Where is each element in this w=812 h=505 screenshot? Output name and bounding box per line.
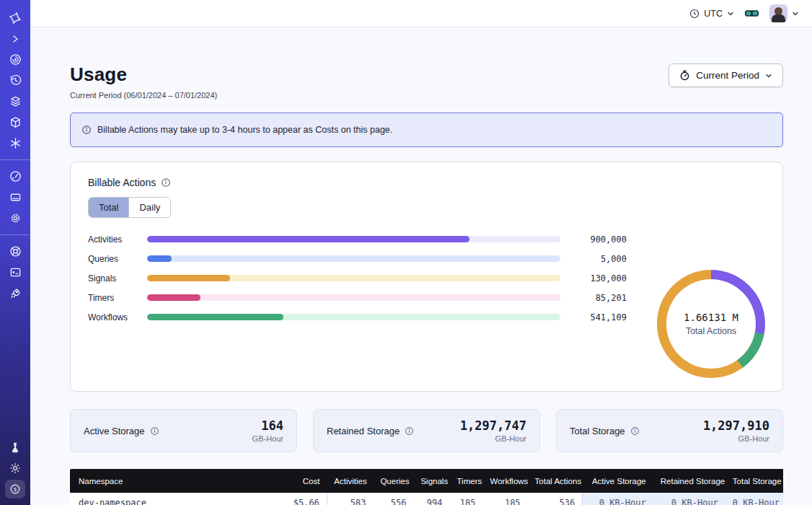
bar-row-workflows: Workflows 541,109 — [88, 307, 627, 327]
bar-track — [147, 275, 560, 281]
info-icon[interactable] — [405, 426, 414, 436]
cell-total-storage: 0 KB-Hour — [725, 493, 783, 505]
layers-icon[interactable] — [0, 91, 30, 112]
lab-flask-icon[interactable] — [0, 436, 30, 457]
expand-chevron-icon[interactable] — [0, 28, 30, 49]
total-storage-value: 1,297,910 — [703, 418, 769, 433]
col-cost[interactable]: Cost — [255, 469, 327, 493]
avatar — [769, 4, 787, 22]
bar-value: 541,109 — [560, 312, 627, 322]
stopwatch-icon — [679, 70, 690, 81]
bar-label: Queries — [88, 254, 147, 264]
bar-row-signals: Signals 130,000 — [88, 268, 627, 288]
bar-fill — [147, 255, 172, 262]
info-icon[interactable] — [161, 177, 171, 188]
bar-fill — [147, 294, 200, 301]
billable-actions-card: Billable Actions Total Daily Activities … — [70, 162, 783, 392]
cell-retained-storage: 0 KB-Hour — [653, 493, 725, 505]
rocket-icon[interactable] — [0, 283, 30, 304]
col-activities[interactable]: Activities — [327, 469, 373, 493]
bar-row-timers: Timers 85,201 — [88, 288, 627, 307]
active-storage-label: Active Storage — [84, 426, 145, 436]
retained-storage-unit: GB-Hour — [460, 434, 526, 443]
total-actions-donut: 1.66131 M Total Actions — [657, 270, 765, 378]
namespaces-icon[interactable] — [0, 49, 30, 70]
col-retained-storage[interactable]: Retained Storage — [653, 469, 725, 493]
bar-label: Signals — [88, 273, 147, 284]
donut-total-label: Total Actions — [686, 326, 736, 336]
bar-row-activities: Activities 900,000 — [88, 229, 627, 249]
tab-daily[interactable]: Daily — [128, 198, 170, 217]
period-button-label: Current Period — [696, 70, 759, 81]
sidebar-divider — [0, 234, 30, 235]
cell-workflows: 185 — [483, 493, 528, 505]
total-storage-card: Total Storage 1,297,910 GB-Hour — [556, 409, 783, 452]
col-queries[interactable]: Queries — [373, 469, 413, 493]
col-signals[interactable]: Signals — [413, 469, 449, 493]
bar-label: Timers — [88, 293, 147, 303]
timezone-label: UTC — [704, 9, 723, 19]
bar-track — [147, 294, 560, 301]
deployments-cube-icon[interactable] — [0, 112, 30, 133]
bar-value: 85,201 — [560, 293, 627, 303]
table-row: dev-namespace $5.66 583 556 994 185 185 … — [70, 493, 783, 505]
bar-label: Workflows — [88, 312, 147, 322]
namespace-usage-table: Namespace Cost Activities Queries Signal… — [70, 469, 783, 505]
total-storage-label: Total Storage — [570, 426, 625, 436]
nexus-asterisk-icon[interactable] — [0, 133, 30, 154]
bar-value: 5,000 — [560, 254, 627, 264]
bar-fill — [147, 314, 283, 320]
col-total-actions[interactable]: Total Actions — [528, 469, 583, 493]
cell-total-actions: 536 — [528, 493, 583, 505]
view-tabs: Total Daily — [88, 197, 171, 218]
bar-track — [147, 314, 560, 320]
terminal-icon[interactable] — [0, 262, 30, 283]
page-subtitle: Current Period (06/01/2024 – 07/01/2024) — [70, 91, 217, 100]
theme-sun-icon[interactable] — [0, 457, 30, 478]
col-namespace[interactable]: Namespace — [70, 469, 255, 493]
col-workflows[interactable]: Workflows — [483, 469, 528, 493]
billable-actions-title: Billable Actions — [88, 177, 156, 188]
banner-text: Billable Actions may take up to 3-4 hour… — [97, 125, 392, 135]
bar-row-queries: Queries 5,000 — [88, 249, 627, 268]
schedules-icon[interactable] — [0, 70, 30, 91]
period-dropdown-button[interactable]: Current Period — [668, 63, 783, 87]
account-menu[interactable] — [769, 4, 799, 22]
bar-value: 900,000 — [560, 234, 627, 245]
billable-actions-bar-chart: Activities 900,000 Queries 5,000 Signals — [88, 229, 627, 378]
usage-dollar-icon[interactable]: $ — [0, 478, 30, 499]
chevron-down-icon — [765, 72, 772, 79]
col-total-storage[interactable]: Total Storage — [725, 469, 783, 493]
timezone-selector[interactable]: UTC — [689, 9, 734, 19]
col-timers[interactable]: Timers — [450, 469, 483, 493]
topbar: UTC — [30, 0, 812, 27]
donut-total-value: 1.66131 M — [684, 312, 738, 323]
bar-track — [147, 255, 560, 262]
tab-total[interactable]: Total — [89, 198, 128, 217]
chevron-down-icon — [792, 10, 799, 17]
billing-card-icon[interactable] — [0, 187, 30, 208]
info-icon[interactable] — [630, 426, 640, 436]
cell-signals: 994 — [413, 493, 449, 505]
cell-active-storage: 0 KB-Hour — [583, 493, 653, 505]
retained-storage-value: 1,297,747 — [460, 418, 526, 433]
retained-storage-card: Retained Storage 1,297,747 GB-Hour — [313, 409, 540, 452]
usage-gauge-icon[interactable] — [0, 166, 30, 187]
cell-queries: 556 — [373, 493, 413, 505]
info-icon — [81, 125, 92, 135]
active-storage-card: Active Storage 164 GB-Hour — [70, 409, 297, 452]
sidebar-divider — [0, 159, 30, 160]
bar-value: 130,000 — [560, 273, 627, 284]
temporal-logo-icon[interactable] — [0, 7, 30, 28]
settings-gear-icon[interactable] — [0, 208, 30, 229]
col-active-storage[interactable]: Active Storage — [583, 469, 653, 493]
table-header-row: Namespace Cost Activities Queries Signal… — [70, 469, 783, 493]
goggles-icon[interactable] — [744, 9, 759, 19]
total-storage-unit: GB-Hour — [703, 434, 769, 443]
bar-fill — [147, 236, 469, 242]
support-lifering-icon[interactable] — [0, 241, 30, 262]
namespace-link[interactable]: dev-namespace — [79, 498, 146, 505]
info-icon[interactable] — [150, 426, 159, 436]
info-banner: Billable Actions may take up to 3-4 hour… — [70, 113, 783, 147]
bar-track — [147, 236, 560, 242]
